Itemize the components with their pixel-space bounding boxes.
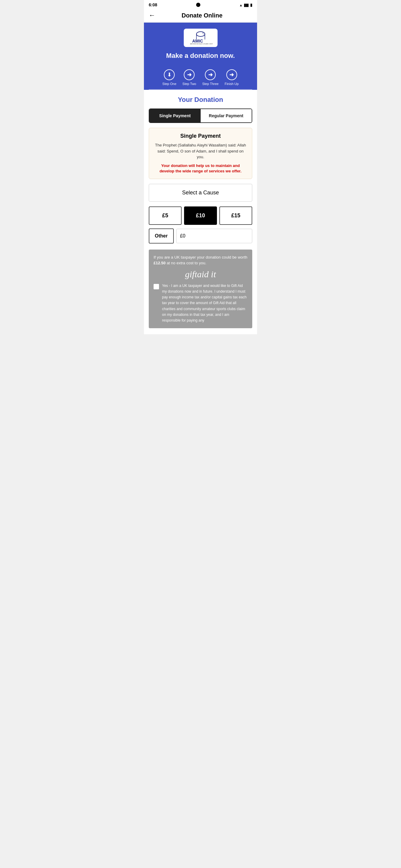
- step-two-arrow: ➜: [187, 71, 192, 78]
- select-cause-button[interactable]: Select a Cause: [149, 184, 252, 202]
- step-one-label: Step One: [162, 82, 176, 86]
- donation-title: Your Donation: [149, 96, 252, 104]
- other-button[interactable]: Other: [149, 228, 174, 244]
- donation-section: Your Donation Single Payment Regular Pay…: [144, 90, 257, 334]
- gift-aid-logo: giftaid it: [153, 269, 248, 279]
- gift-aid-intro: If you are a UK taxpayer your donation c…: [153, 254, 248, 266]
- step-three-label: Step Three: [202, 82, 219, 86]
- step-three[interactable]: ➜ Step Three: [202, 69, 219, 86]
- payment-info-message: Your donation will help us to maintain a…: [154, 163, 247, 174]
- headline: Make a donation now.: [166, 52, 235, 60]
- download-icon: ⬇: [167, 71, 172, 78]
- logo-section: AMIC ABERDEEN MOSQUE & ISLAMIC CENTRE Ma…: [144, 23, 257, 64]
- finish-up-icon: ➜: [226, 69, 237, 80]
- payment-info-title: Single Payment: [154, 133, 247, 139]
- phone-frame: 6:08 ← Donate Online: [144, 0, 257, 334]
- signal-icon: [244, 3, 249, 7]
- gift-aid-agreement-text: Yes - I am a UK taxpayer and would like …: [162, 283, 248, 323]
- svg-marker-3: [202, 33, 203, 33]
- step-two-label: Step Two: [182, 82, 196, 86]
- logo-container: AMIC ABERDEEN MOSQUE & ISLAMIC CENTRE: [184, 29, 218, 47]
- amount-row: £5 £10 £15: [149, 207, 252, 225]
- gift-aid-intro-suffix: at no extra cost to you.: [166, 261, 206, 265]
- regular-payment-tab[interactable]: Regular Payment: [201, 109, 252, 122]
- camera-notch: [196, 3, 200, 7]
- status-time: 6:08: [149, 2, 157, 7]
- step-two-icon: ➜: [184, 69, 195, 80]
- payment-info-quote: The Prophet (Sallallahu Alayhi Wasallam)…: [154, 142, 247, 160]
- gift-aid-section: If you are a UK taxpayer your donation c…: [149, 250, 252, 328]
- step-one[interactable]: ⬇ Step One: [162, 69, 176, 86]
- svg-text:AMIC: AMIC: [192, 38, 203, 43]
- payment-toggle: Single Payment Regular Payment: [149, 108, 252, 123]
- back-button[interactable]: ←: [149, 11, 155, 19]
- logo-svg: AMIC ABERDEEN MOSQUE & ISLAMIC CENTRE: [189, 31, 213, 44]
- step-three-icon: ➜: [205, 69, 216, 80]
- payment-info-box: Single Payment The Prophet (Sallallahu A…: [149, 128, 252, 179]
- amount-15-button[interactable]: £15: [219, 207, 252, 225]
- wifi-icon: [239, 3, 242, 7]
- gift-aid-checkbox-row: Yes - I am a UK taxpayer and would like …: [153, 283, 248, 323]
- other-amount-input[interactable]: [176, 229, 252, 243]
- battery-icon: [250, 3, 252, 7]
- amount-5-button[interactable]: £5: [149, 207, 182, 225]
- finish-up[interactable]: ➜ Finish Up: [225, 69, 238, 86]
- status-icons: [239, 3, 252, 7]
- main-content: AMIC ABERDEEN MOSQUE & ISLAMIC CENTRE Ma…: [144, 23, 257, 334]
- svg-text:ABERDEEN MOSQUE & ISLAMIC CENT: ABERDEEN MOSQUE & ISLAMIC CENTRE: [190, 43, 213, 44]
- svg-point-0: [196, 32, 205, 36]
- status-bar: 6:08: [144, 0, 257, 8]
- page-title: Donate Online: [159, 12, 246, 19]
- single-payment-tab[interactable]: Single Payment: [149, 109, 201, 122]
- nav-bar: ← Donate Online: [144, 8, 257, 23]
- gift-aid-intro-text: If you are a UK taxpayer your donation c…: [153, 255, 248, 259]
- gift-aid-checkbox[interactable]: [153, 284, 159, 289]
- step-one-icon: ⬇: [164, 69, 175, 80]
- steps-row: ⬇ Step One ➜ Step Two ➜ Step Three ➜: [144, 64, 257, 89]
- step-three-arrow: ➜: [208, 71, 213, 78]
- step-two[interactable]: ➜ Step Two: [182, 69, 196, 86]
- finish-up-label: Finish Up: [225, 82, 238, 86]
- other-row: Other: [149, 228, 252, 244]
- gift-aid-amount: £12.50: [153, 261, 166, 265]
- amount-10-button[interactable]: £10: [184, 207, 217, 225]
- finish-up-arrow: ➜: [229, 71, 234, 78]
